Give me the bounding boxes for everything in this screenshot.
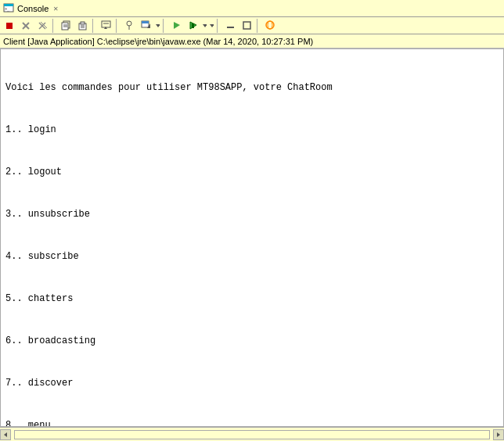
horizontal-scrollbar[interactable] bbox=[14, 430, 490, 439]
intro-line: Voici les commandes pour utiliser MT98SA… bbox=[5, 81, 499, 95]
info-bar: Client [Java Application] C:\eclipse\jre… bbox=[0, 34, 504, 48]
svg-rect-14 bbox=[81, 22, 85, 24]
separator-5 bbox=[217, 19, 220, 33]
separator-2 bbox=[92, 19, 95, 33]
maximize-button[interactable] bbox=[239, 19, 254, 33]
pin-console-button[interactable] bbox=[121, 19, 137, 33]
separator-3 bbox=[116, 19, 119, 33]
cmd-3: 3.. unsubscribe bbox=[5, 207, 499, 221]
cmd-6: 6.. broadcasting bbox=[5, 334, 499, 348]
run-last-arrow[interactable] bbox=[201, 19, 207, 33]
separator-4 bbox=[163, 19, 166, 33]
cmd-7: 7.. discover bbox=[5, 376, 499, 390]
svg-rect-17 bbox=[102, 21, 110, 27]
close-button[interactable]: ✕ bbox=[52, 4, 59, 13]
svg-point-20 bbox=[127, 21, 131, 26]
stop-button[interactable] bbox=[2, 19, 17, 33]
svg-text:>_: >_ bbox=[5, 6, 10, 12]
window-title: Console bbox=[17, 4, 49, 13]
cmd-2: 2.. logout bbox=[5, 165, 499, 179]
eclipse-logo bbox=[262, 19, 278, 33]
open-console-arrow[interactable] bbox=[154, 19, 160, 33]
open-console-button[interactable] bbox=[138, 19, 153, 33]
console-output: Voici les commandes pour utiliser MT98SA… bbox=[5, 52, 499, 427]
svg-rect-29 bbox=[192, 23, 194, 28]
debug-button[interactable] bbox=[185, 19, 200, 33]
svg-rect-23 bbox=[142, 21, 149, 23]
svg-marker-25 bbox=[156, 24, 160, 27]
run-button[interactable] bbox=[168, 19, 184, 33]
separator-6 bbox=[257, 19, 260, 33]
svg-rect-3 bbox=[6, 23, 13, 29]
client-info: Client [Java Application] C:\eclipse\jre… bbox=[3, 37, 313, 46]
svg-marker-36 bbox=[4, 432, 7, 437]
scroll-left-arrow[interactable] bbox=[0, 429, 11, 440]
copy-button[interactable] bbox=[58, 19, 74, 33]
remove-terminated-button[interactable] bbox=[34, 19, 50, 33]
cmd-4: 4.. subscribe bbox=[5, 249, 499, 264]
separator-1 bbox=[52, 19, 56, 33]
paste-button[interactable] bbox=[74, 19, 90, 33]
cmd-1: 1.. login bbox=[5, 123, 499, 137]
toolbar bbox=[0, 17, 504, 34]
svg-marker-31 bbox=[210, 24, 214, 27]
console-tab-icon: >_ bbox=[3, 3, 14, 14]
cmd-5: 5.. chatters bbox=[5, 292, 499, 306]
cmd-8: 8.. menu bbox=[5, 418, 499, 427]
svg-marker-30 bbox=[203, 24, 207, 27]
svg-rect-32 bbox=[227, 27, 234, 28]
svg-point-35 bbox=[268, 21, 272, 29]
console-area[interactable]: Voici les commandes pour utiliser MT98SA… bbox=[0, 48, 504, 427]
svg-marker-37 bbox=[497, 432, 500, 437]
scroll-right-arrow[interactable] bbox=[493, 429, 504, 440]
minimize-button[interactable] bbox=[222, 19, 238, 33]
title-bar-left: >_ Console ✕ bbox=[3, 3, 501, 14]
bottom-scrollbar bbox=[0, 427, 504, 441]
debug-last-arrow[interactable] bbox=[208, 19, 214, 33]
svg-marker-26 bbox=[174, 22, 180, 29]
terminate-button[interactable] bbox=[18, 19, 34, 33]
scroll-lock-button[interactable] bbox=[98, 19, 113, 33]
svg-rect-33 bbox=[243, 22, 250, 29]
title-bar: >_ Console ✕ bbox=[0, 0, 504, 17]
